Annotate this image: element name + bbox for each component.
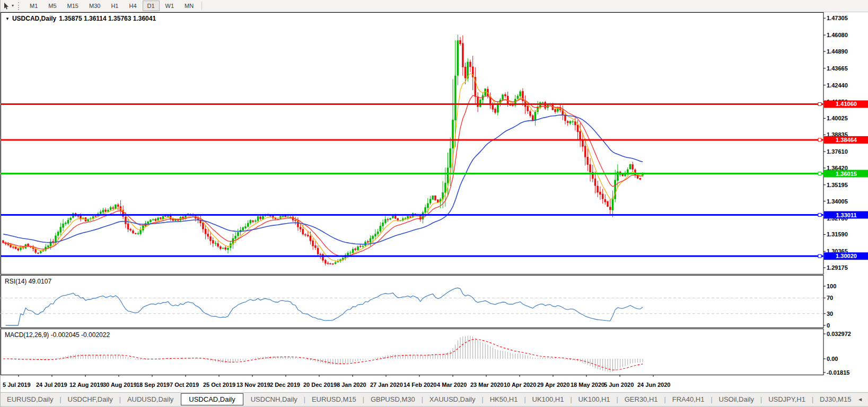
svg-text:2 Dec 2019: 2 Dec 2019 <box>270 382 300 388</box>
chart-ohlc-values: 1.35875 1.36114 1.35763 1.36041 <box>59 15 156 22</box>
tab-XAUUSD-Daily[interactable]: XAUUSD,Daily <box>423 394 482 405</box>
svg-text:5 Jul 2019: 5 Jul 2019 <box>3 382 31 388</box>
price-badge-text: 1.38464 <box>836 137 857 143</box>
svg-text:27 Jan 2020: 27 Jan 2020 <box>370 382 403 388</box>
tab-USDCAD-Daily[interactable]: USDCAD,Daily <box>181 393 243 405</box>
svg-text:20 Dec 2019: 20 Dec 2019 <box>303 382 337 388</box>
line-anchor-1.36015[interactable] <box>818 172 821 175</box>
svg-text:25 Oct 2019: 25 Oct 2019 <box>203 382 235 388</box>
svg-text:18 May 2020: 18 May 2020 <box>571 382 604 388</box>
price-badge-text: 1.33011 <box>836 212 856 218</box>
timeframe-button-MN[interactable]: MN <box>180 1 198 11</box>
price-badge-text: 1.41060 <box>836 101 857 107</box>
svg-text:12 Aug 2019: 12 Aug 2019 <box>69 382 103 388</box>
svg-text:1.29175: 1.29175 <box>827 264 848 271</box>
svg-text:18 Sep 2019: 18 Sep 2019 <box>136 382 170 388</box>
svg-text:5 Jun 2020: 5 Jun 2020 <box>604 382 634 388</box>
svg-text:24 Jul 2019: 24 Jul 2019 <box>36 382 67 388</box>
svg-text:0.032972: 0.032972 <box>827 331 851 337</box>
toolbar-separator <box>201 2 202 10</box>
main-panel-frame <box>1 13 824 275</box>
tab-GBPUSD-M30[interactable]: GBPUSD,M30 <box>364 394 422 405</box>
chart-tab-bar: EURUSD,Daily|USDCHF,Daily|AUDUSD,DailyUS… <box>1 392 868 406</box>
date-axis: 5 Jul 201924 Jul 201912 Aug 201930 Aug 2… <box>3 375 670 388</box>
chart-window: 1.473051.460801.448901.436651.424401.412… <box>1 12 868 392</box>
price-badge-text: 1.36015 <box>836 171 857 177</box>
tab-AUDUSD-Daily[interactable]: AUDUSD,Daily <box>121 394 180 405</box>
timeframe-button-H1[interactable]: H1 <box>106 1 123 11</box>
svg-text:1.47305: 1.47305 <box>827 15 848 21</box>
svg-text:1.43665: 1.43665 <box>827 65 848 72</box>
line-anchor-1.41060[interactable] <box>818 102 821 105</box>
tab-FRA40-H1[interactable]: FRA40,H1 <box>666 394 711 405</box>
svg-text:1.34005: 1.34005 <box>827 198 848 205</box>
macd-panel-frame <box>1 329 824 375</box>
timeframe-button-M15[interactable]: M15 <box>63 1 83 11</box>
timeframe-button-H4[interactable]: H4 <box>124 1 141 11</box>
svg-text:29 Apr 2020: 29 Apr 2020 <box>537 382 569 388</box>
tab-EURUSD-M15[interactable]: EURUSD,M15 <box>305 394 363 405</box>
svg-text:7 Oct 2019: 7 Oct 2019 <box>170 382 199 388</box>
svg-text:1.31590: 1.31590 <box>827 231 848 237</box>
metatrader-window: ▾ M1M5M15M30H1H4D1W1MN 1.473051.460801.4… <box>0 0 868 407</box>
svg-text:70: 70 <box>827 295 833 301</box>
svg-text:0: 0 <box>827 322 830 329</box>
svg-text:1.35195: 1.35195 <box>827 182 848 188</box>
svg-text:-0.01815: -0.01815 <box>827 369 849 376</box>
chart-canvas[interactable]: 1.473051.460801.448901.436651.424401.412… <box>1 12 868 392</box>
svg-text:30: 30 <box>827 311 833 317</box>
line-anchor-1.38464[interactable] <box>818 138 821 141</box>
dropdown-caret-icon: ▾ <box>12 4 14 8</box>
svg-text:1.37610: 1.37610 <box>827 148 848 155</box>
chart-tabs: EURUSD,Daily|USDCHF,Daily|AUDUSD,DailyUS… <box>1 393 857 405</box>
svg-text:1.40025: 1.40025 <box>827 115 848 121</box>
macd-indicator-label: MACD(12,26,9) -0.002045 -0.002022 <box>5 331 110 339</box>
tab-UK100-H1[interactable]: UK100,H1 <box>572 394 617 405</box>
tab-UK100-H1[interactable]: UK100,H1 <box>526 394 571 405</box>
svg-text:100: 100 <box>827 283 836 289</box>
chart-dropdown-icon[interactable]: ▼ <box>5 16 10 21</box>
svg-text:24 Jun 2020: 24 Jun 2020 <box>637 382 670 388</box>
svg-text:30 Aug 2019: 30 Aug 2019 <box>103 382 137 388</box>
svg-text:13 Nov 2019: 13 Nov 2019 <box>236 382 270 388</box>
toolbar-grip[interactable] <box>18 2 21 10</box>
tab-USDCHF-Daily[interactable]: USDCHF,Daily <box>62 394 119 405</box>
rsi-panel-frame <box>1 276 824 328</box>
timeframe-buttons: M1M5M15M30H1H4D1W1MN <box>24 1 199 11</box>
tab-scroll-arrows: ◄ ► <box>857 396 868 402</box>
svg-text:4 Mar 2020: 4 Mar 2020 <box>437 382 467 388</box>
timeframe-button-W1[interactable]: W1 <box>161 1 179 11</box>
svg-text:23 Mar 2020: 23 Mar 2020 <box>470 382 503 388</box>
line-anchor-1.30020[interactable] <box>818 254 821 258</box>
svg-text:1.42440: 1.42440 <box>827 82 848 89</box>
line-anchor-1.33011[interactable] <box>818 214 821 217</box>
tab-USOil-Daily[interactable]: USOil,Daily <box>713 394 760 405</box>
svg-text:10 Apr 2020: 10 Apr 2020 <box>504 382 536 388</box>
tab-USDJPY-H1[interactable]: USDJPY,H1 <box>762 394 812 405</box>
macd-axis: 0.0329720.00-0.01815 <box>823 331 851 376</box>
tab-USDCNH-Daily[interactable]: USDCNH,Daily <box>244 394 304 405</box>
top-toolbar: ▾ M1M5M15M30H1H4D1W1MN <box>1 0 868 12</box>
tab-EURUSD-Daily[interactable]: EURUSD,Daily <box>1 394 59 405</box>
chart-title: ▼ USDCAD,Daily 1.35875 1.36114 1.35763 1… <box>5 15 156 22</box>
cursor-tool-button[interactable]: ▾ <box>1 0 16 13</box>
tab-scroll-left-icon[interactable]: ◄ <box>857 396 863 402</box>
svg-text:1.46080: 1.46080 <box>827 32 848 38</box>
rsi-indicator-label: RSI(14) 49.0107 <box>5 278 51 285</box>
timeframe-button-D1[interactable]: D1 <box>143 1 160 11</box>
tab-HK50-H1[interactable]: HK50,H1 <box>484 394 524 405</box>
chart-symbol-label: USDCAD,Daily <box>12 15 56 22</box>
tab-GER30-H1[interactable]: GER30,H1 <box>618 394 664 405</box>
price-badge-text: 1.30020 <box>836 253 857 259</box>
cursor-icon <box>3 2 11 10</box>
tab-DJ30-M15[interactable]: DJ30,M15 <box>813 394 857 405</box>
svg-text:8 Jan 2020: 8 Jan 2020 <box>337 382 366 388</box>
timeframe-button-M30[interactable]: M30 <box>84 1 105 11</box>
svg-text:1.44890: 1.44890 <box>827 48 848 55</box>
svg-text:14 Feb 2020: 14 Feb 2020 <box>404 382 436 388</box>
timeframe-button-M1[interactable]: M1 <box>25 1 42 11</box>
rsi-axis: 10070300 <box>823 283 836 329</box>
svg-text:0.00: 0.00 <box>827 356 838 362</box>
timeframe-button-M5[interactable]: M5 <box>43 1 61 11</box>
